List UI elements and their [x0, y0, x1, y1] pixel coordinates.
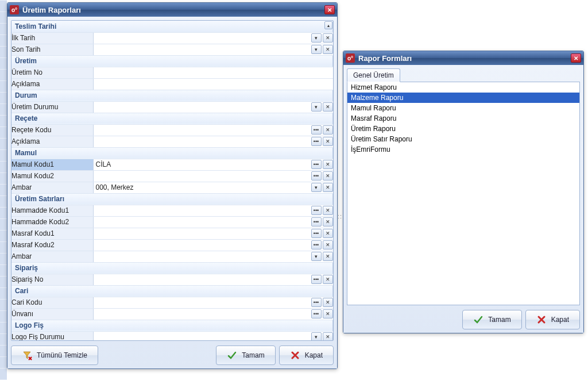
clear-field-icon[interactable]: ✕: [323, 229, 333, 238]
clear-field-icon[interactable]: ✕: [323, 183, 333, 192]
filter-label[interactable]: Mamul Kodu2: [11, 170, 93, 182]
splitter-handle[interactable]: ::: [338, 213, 342, 220]
lookup-icon[interactable]: •••: [311, 171, 322, 181]
dropdown-icon[interactable]: ▾: [311, 102, 322, 112]
filter-value-text[interactable]: 000, Merkez: [94, 182, 310, 193]
scrollbar[interactable]: ▴: [324, 21, 332, 29]
filter-label[interactable]: Reçete Kodu: [11, 124, 93, 136]
section-header[interactable]: Reçete: [11, 113, 333, 124]
list-item[interactable]: Masraf Raporu: [347, 113, 579, 124]
filter-value-cell[interactable]: ▾✕: [93, 44, 333, 55]
filter-value-cell[interactable]: •••✕: [93, 308, 333, 320]
list-item[interactable]: Hizmet Raporu: [347, 82, 579, 93]
scroll-up-icon[interactable]: ▴: [324, 21, 332, 29]
filter-value-text[interactable]: [94, 244, 310, 246]
filter-label[interactable]: Cari Kodu: [11, 297, 93, 308]
filter-label[interactable]: Sipariş No: [11, 274, 93, 285]
filter-value-text[interactable]: CİLA: [94, 159, 310, 170]
section-header[interactable]: Mamul: [11, 147, 333, 159]
clear-field-icon[interactable]: ✕: [323, 298, 333, 307]
filter-label[interactable]: İlk Tarih: [11, 32, 93, 44]
clear-field-icon[interactable]: ✕: [323, 275, 333, 284]
filter-value-cell[interactable]: [93, 78, 333, 90]
filter-value-cell[interactable]: •••✕: [93, 239, 333, 251]
filter-value-cell[interactable]: •••✕: [93, 216, 333, 228]
dropdown-icon[interactable]: ▾: [311, 33, 322, 43]
dropdown-icon[interactable]: ▾: [311, 252, 322, 261]
clear-field-icon[interactable]: ✕: [323, 45, 333, 54]
dropdown-icon[interactable]: ▾: [311, 332, 322, 341]
section-header[interactable]: Cari: [11, 285, 333, 297]
list-item[interactable]: İşEmriFormu: [347, 144, 579, 155]
filter-value-text[interactable]: [94, 336, 310, 338]
filter-value-cell[interactable]: •••✕: [93, 205, 333, 216]
filter-value-text[interactable]: [94, 232, 310, 235]
filter-value-cell[interactable]: ▾✕: [93, 251, 333, 262]
filter-value-cell[interactable]: •••✕: [93, 170, 333, 182]
filter-value-text[interactable]: [94, 278, 310, 281]
filter-value-text[interactable]: [94, 48, 310, 51]
filter-label[interactable]: Üretim Durumu: [11, 101, 93, 113]
filter-value-text[interactable]: [94, 313, 310, 315]
filter-value-text[interactable]: [94, 83, 333, 85]
filter-value-cell[interactable]: ▾✕: [93, 101, 333, 113]
filter-value-text[interactable]: [94, 175, 310, 177]
section-header[interactable]: Durum: [11, 90, 333, 101]
clear-all-button[interactable]: Tümünü Temizle: [11, 346, 98, 365]
filter-label[interactable]: Ünvanı: [11, 308, 93, 320]
clear-field-icon[interactable]: ✕: [323, 125, 333, 135]
clear-field-icon[interactable]: ✕: [323, 332, 333, 341]
filter-value-text[interactable]: [94, 140, 310, 143]
filter-value-cell[interactable]: ▾✕: [93, 32, 333, 44]
lookup-icon[interactable]: •••: [311, 160, 322, 169]
clear-field-icon[interactable]: ✕: [323, 252, 333, 261]
filter-value-cell[interactable]: CİLA•••✕: [93, 159, 333, 170]
dropdown-icon[interactable]: ▾: [311, 45, 322, 54]
titlebar-right[interactable]: o° Rapor Formları ✕: [343, 51, 583, 65]
section-header[interactable]: Sipariş: [11, 262, 333, 274]
clear-field-icon[interactable]: ✕: [323, 206, 333, 215]
list-item[interactable]: Mamul Raporu: [347, 103, 579, 113]
dropdown-icon[interactable]: ▾: [311, 183, 322, 192]
filter-value-text[interactable]: [94, 37, 310, 39]
lookup-icon[interactable]: •••: [311, 298, 322, 307]
clear-field-icon[interactable]: ✕: [323, 33, 333, 43]
lookup-icon[interactable]: •••: [311, 240, 322, 250]
clear-field-icon[interactable]: ✕: [323, 160, 333, 169]
filter-label[interactable]: Masraf Kodu1: [11, 228, 93, 239]
filter-value-text[interactable]: [94, 106, 310, 108]
titlebar-left[interactable]: o° Üretim Raporları ✕: [7, 3, 337, 17]
filter-label[interactable]: Açıklama: [11, 78, 93, 90]
filter-value-cell[interactable]: •••✕: [93, 124, 333, 136]
filter-label[interactable]: Hammadde Kodu2: [11, 216, 93, 228]
filter-value-cell[interactable]: •••✕: [93, 136, 333, 147]
list-item[interactable]: Üretim Satır Raporu: [347, 134, 579, 144]
filter-value-cell[interactable]: •••✕: [93, 297, 333, 308]
filter-value-text[interactable]: [94, 301, 310, 304]
clear-field-icon[interactable]: ✕: [323, 137, 333, 146]
filter-label[interactable]: Mamul Kodu1: [11, 159, 93, 170]
close-icon[interactable]: ✕: [324, 5, 335, 14]
filter-label[interactable]: Hammadde Kodu1: [11, 205, 93, 216]
clear-field-icon[interactable]: ✕: [323, 309, 333, 318]
filter-value-text[interactable]: [94, 209, 310, 212]
close-icon[interactable]: ✕: [571, 53, 581, 63]
filter-label[interactable]: Açıklama: [11, 136, 93, 147]
filter-value-cell[interactable]: ▾✕: [93, 331, 333, 341]
filter-label[interactable]: Üretim No: [11, 67, 93, 78]
list-item[interactable]: Malzeme Raporu: [347, 93, 579, 103]
close-button[interactable]: Kapat: [525, 310, 580, 329]
filter-value-text[interactable]: [94, 221, 310, 223]
ok-button[interactable]: Tamam: [216, 346, 275, 365]
filter-value-text[interactable]: [94, 255, 310, 258]
clear-field-icon[interactable]: ✕: [323, 240, 333, 250]
filter-value-text[interactable]: [94, 129, 310, 131]
filter-label[interactable]: Son Tarih: [11, 44, 93, 55]
lookup-icon[interactable]: •••: [311, 125, 322, 135]
ok-button[interactable]: Tamam: [462, 310, 521, 329]
filter-value-cell[interactable]: 000, Merkez▾✕: [93, 182, 333, 193]
section-header[interactable]: Logo Fiş: [11, 320, 333, 331]
lookup-icon[interactable]: •••: [311, 229, 322, 238]
clear-field-icon[interactable]: ✕: [323, 102, 333, 112]
filter-value-cell[interactable]: •••✕: [93, 274, 333, 285]
